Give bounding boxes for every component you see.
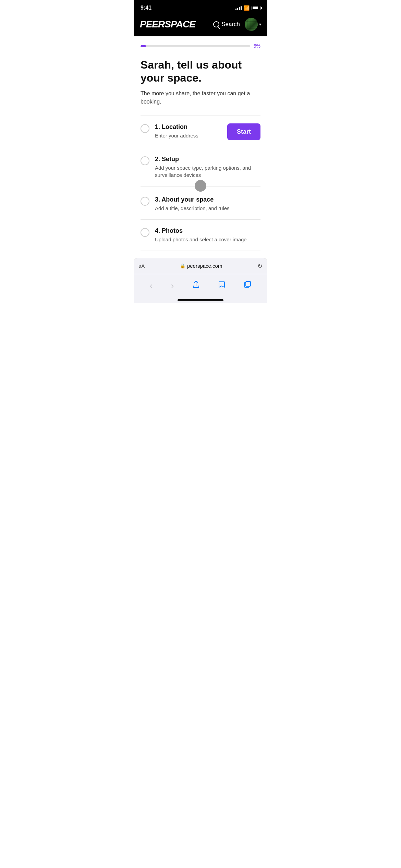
step-3-desc: Add a title, description, and rules [155,205,260,212]
step-radio-1[interactable] [141,124,149,133]
step-2-content: 2. Setup Add your space type, parking op… [155,156,260,179]
browser-url: peerspace.com [187,263,222,269]
status-bar: 9:41 📶 [134,0,267,14]
progress-container: 5% [141,43,260,49]
steps-list: 1. Location Enter your address Start 2. … [141,116,260,251]
progress-track [141,45,250,47]
step-item: 4. Photos Upload photos and select a cov… [141,220,260,251]
step-item: 2. Setup Add your space type, parking op… [141,148,260,186]
avatar [245,18,258,31]
step-2-desc: Add your space type, parking options, an… [155,164,260,179]
step-4-title: 4. Photos [155,227,260,234]
status-time: 9:41 [141,5,151,11]
progress-label: 5% [254,43,260,49]
svg-rect-1 [246,281,251,286]
main-content: 5% Sarah, tell us about your space. The … [134,36,267,251]
chevron-down-icon: ▾ [259,22,261,27]
step-item: 1. Location Enter your address Start [141,116,260,148]
home-bar [178,299,223,301]
step-4-content: 4. Photos Upload photos and select a cov… [155,227,260,243]
search-button[interactable]: Search [213,21,240,28]
step-2-title: 2. Setup [155,156,260,163]
header-right: Search ▾ [213,18,261,31]
tabs-icon [244,281,251,288]
scroll-indicator [195,180,206,192]
avatar-dropdown[interactable]: ▾ [245,18,261,31]
search-label: Search [221,21,240,28]
status-icons: 📶 [235,5,260,11]
back-button[interactable]: ‹ [146,279,156,292]
url-area[interactable]: 🔒 peerspace.com [180,263,222,269]
browser-bar: aA 🔒 peerspace.com ↻ [134,258,267,274]
hero-subtitle: The more you share, the faster you can g… [141,89,260,106]
wifi-icon: 📶 [244,5,250,11]
step-1-action: Start [227,123,260,140]
hero-title: Sarah, tell us about your space. [141,58,260,85]
bottom-nav: ‹ › [134,274,267,296]
step-radio-3[interactable] [141,197,149,206]
progress-fill [141,45,146,47]
bookmarks-icon [218,281,226,288]
step-1-desc: Enter your address [155,132,222,139]
step-radio-2[interactable] [141,156,149,165]
bookmarks-button[interactable] [215,279,229,292]
share-button[interactable] [189,279,203,292]
home-indicator [134,296,267,303]
step-1-title: 1. Location [155,123,222,131]
signal-icon [235,6,242,10]
step-1-content: 1. Location Enter your address [155,123,222,139]
start-button[interactable]: Start [227,123,260,140]
share-icon [192,281,200,288]
tabs-button[interactable] [240,279,255,292]
logo: PEERSPACE [140,19,195,30]
step-radio-4[interactable] [141,228,149,237]
refresh-button[interactable]: ↻ [257,262,263,270]
step-3-content: 3. About your space Add a title, descrip… [155,196,260,212]
forward-button[interactable]: › [168,279,178,292]
step-3-title: 3. About your space [155,196,260,203]
step-4-desc: Upload photos and select a cover image [155,236,260,243]
font-size-control[interactable]: aA [138,263,145,269]
header: PEERSPACE Search ▾ [134,14,267,36]
battery-icon [252,6,260,10]
lock-icon: 🔒 [180,263,185,268]
search-icon [213,21,219,27]
